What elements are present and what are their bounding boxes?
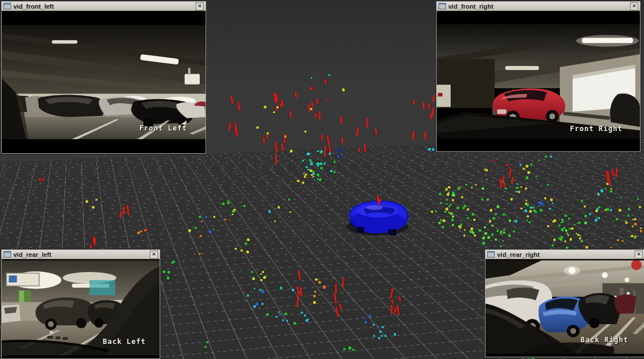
window-title: vid_front_right bbox=[448, 2, 628, 10]
video-content-front-left: Front Left bbox=[2, 11, 206, 153]
close-icon[interactable]: × bbox=[196, 2, 204, 10]
window-icon bbox=[487, 251, 495, 258]
video-canvas-front-right bbox=[437, 24, 640, 139]
window-title: vid_rear_right bbox=[497, 251, 632, 259]
window-vid-rear-left: vid_rear_left × bbox=[1, 249, 160, 359]
titlebar-rear-left[interactable]: vid_rear_left × bbox=[2, 250, 160, 259]
video-content-rear-right: Back Right bbox=[485, 259, 644, 357]
window-title: vid_front_left bbox=[13, 2, 193, 10]
window-vid-front-right: vid_front_right × bbox=[436, 1, 641, 152]
window-title: vid_rear_left bbox=[13, 251, 147, 259]
close-icon[interactable]: × bbox=[635, 251, 643, 259]
window-icon bbox=[438, 3, 446, 9]
video-canvas-front-left bbox=[2, 25, 206, 139]
window-icon bbox=[3, 3, 11, 9]
close-icon[interactable]: × bbox=[150, 251, 158, 259]
titlebar-front-left[interactable]: vid_front_left × bbox=[2, 2, 206, 11]
window-vid-front-left: vid_front_left × bbox=[1, 1, 206, 154]
camera-label: Front Left bbox=[139, 124, 187, 132]
window-vid-rear-right: vid_rear_right × bbox=[485, 249, 644, 357]
camera-label: Front Right bbox=[570, 125, 623, 133]
titlebar-front-right[interactable]: vid_front_right × bbox=[437, 2, 640, 11]
window-icon bbox=[3, 251, 11, 258]
video-content-front-right: Front Right bbox=[437, 11, 640, 151]
camera-label: Back Left bbox=[103, 338, 146, 346]
video-content-rear-left: Back Left bbox=[2, 259, 160, 358]
camera-label: Back Right bbox=[581, 336, 628, 344]
close-icon[interactable]: × bbox=[630, 2, 638, 10]
titlebar-rear-right[interactable]: vid_rear_right × bbox=[485, 250, 644, 259]
